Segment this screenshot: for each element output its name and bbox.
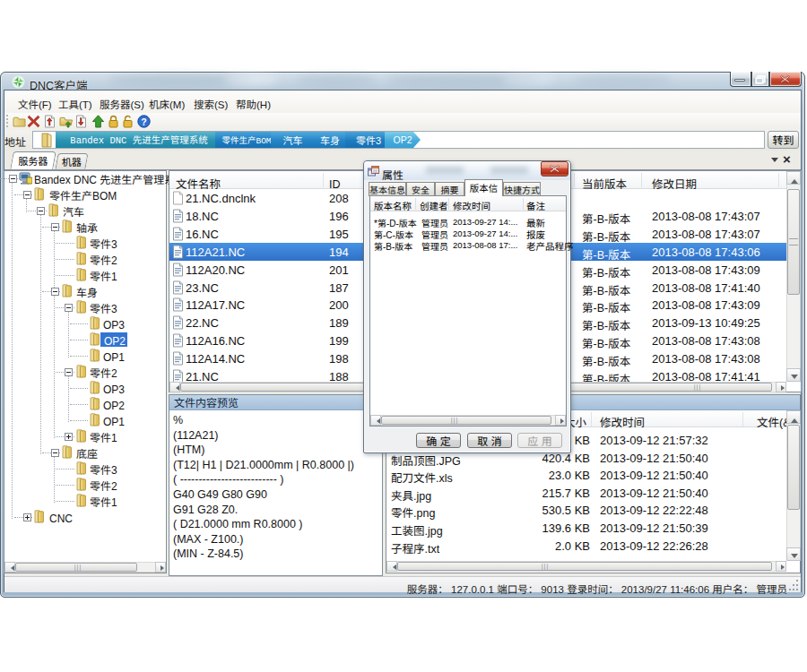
svg-text:?: ? <box>141 116 146 127</box>
